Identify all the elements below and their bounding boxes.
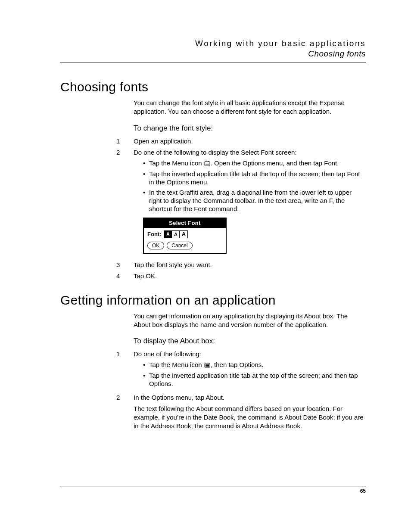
- step-body: In the Options menu, tap About. The text…: [134, 393, 366, 431]
- list-item: Tap the inverted application title tab a…: [143, 372, 366, 388]
- dialog-title: Select Font: [144, 218, 226, 228]
- step-body: Do one of the following: Tap the Menu ic…: [134, 350, 366, 391]
- step-number: 2: [116, 393, 134, 431]
- step: 1 Open an application.: [116, 137, 366, 146]
- section2-steps: 1 Do one of the following: Tap the Menu …: [116, 350, 366, 431]
- step-number: 1: [116, 350, 134, 391]
- step-number: 3: [116, 261, 134, 269]
- step-body: Do one of the following to display the S…: [134, 148, 366, 258]
- step-body: Tap the font style you want.: [134, 261, 366, 269]
- bullet-list: Tap the Menu icon , then tap Options. Ta…: [143, 361, 366, 388]
- step: 2 In the Options menu, tap About. The te…: [116, 393, 366, 431]
- section2-intro: You can get information on any applicati…: [134, 312, 366, 330]
- step: 4 Tap OK.: [116, 272, 366, 280]
- menu-icon: [204, 362, 210, 368]
- running-head-section: Choosing fonts: [60, 49, 366, 59]
- font-row: Font: A A A: [147, 230, 222, 238]
- step-explanation: The text following the About command dif…: [134, 404, 366, 431]
- header-rule: [60, 62, 366, 62]
- list-item: In the text Graffiti area, drag a diagon…: [143, 189, 366, 213]
- step: 1 Do one of the following: Tap the Menu …: [116, 350, 366, 391]
- running-head: Working with your basic applications Cho…: [60, 39, 366, 59]
- list-item: Tap the inverted application title tab a…: [143, 170, 366, 187]
- list-item: Tap the Menu icon . Open the Options men…: [143, 159, 366, 168]
- font-label: Font:: [147, 230, 161, 238]
- section1-subhead: To change the font style:: [134, 124, 366, 133]
- font-option-small[interactable]: A: [164, 231, 172, 238]
- step-body: Open an application.: [134, 137, 366, 146]
- step-text: In the Options menu, tap About.: [134, 394, 224, 401]
- step-number: 2: [116, 148, 134, 258]
- font-option-medium[interactable]: A: [172, 231, 180, 238]
- list-item: Tap the Menu icon , then tap Options.: [143, 361, 366, 369]
- footer-rule: [60, 486, 366, 486]
- section1-intro: You can change the font style in all bas…: [134, 99, 366, 116]
- step-text: Do one of the following:: [134, 350, 201, 358]
- page-number: 65: [60, 488, 366, 494]
- bullet-text: , then tap Options.: [211, 361, 264, 368]
- section2-subhead: To display the About box:: [134, 337, 366, 345]
- step-number: 1: [116, 137, 134, 146]
- step-body: Tap OK.: [134, 272, 366, 280]
- dialog-buttons: OK Cancel: [147, 242, 222, 249]
- step-number: 4: [116, 272, 134, 280]
- bullet-text: Tap the Menu icon: [149, 361, 204, 368]
- page-footer: 65: [60, 486, 366, 494]
- bullet-text: Tap the Menu icon: [149, 159, 204, 167]
- section-heading-choosing-fonts: Choosing fonts: [60, 80, 366, 94]
- ok-button[interactable]: OK: [147, 242, 164, 249]
- font-option-large[interactable]: A: [180, 231, 187, 238]
- dialog-body: Font: A A A OK Cancel: [144, 228, 226, 253]
- section-heading-getting-info: Getting information on an application: [60, 293, 366, 308]
- step: 2 Do one of the following to display the…: [116, 148, 366, 258]
- bullet-text: . Open the Options menu, and then tap Fo…: [211, 159, 339, 167]
- section1-steps: 1 Open an application. 2 Do one of the f…: [116, 137, 366, 281]
- page: Working with your basic applications Cho…: [0, 0, 411, 532]
- step: 3 Tap the font style you want.: [116, 261, 366, 269]
- bullet-list: Tap the Menu icon . Open the Options men…: [143, 159, 366, 213]
- font-options: A A A: [164, 230, 188, 238]
- running-head-chapter: Working with your basic applications: [60, 39, 366, 48]
- cancel-button[interactable]: Cancel: [167, 242, 192, 249]
- menu-icon: [204, 161, 210, 166]
- step-text: Do one of the following to display the S…: [134, 149, 297, 156]
- select-font-dialog: Select Font Font: A A A OK Can: [143, 218, 227, 254]
